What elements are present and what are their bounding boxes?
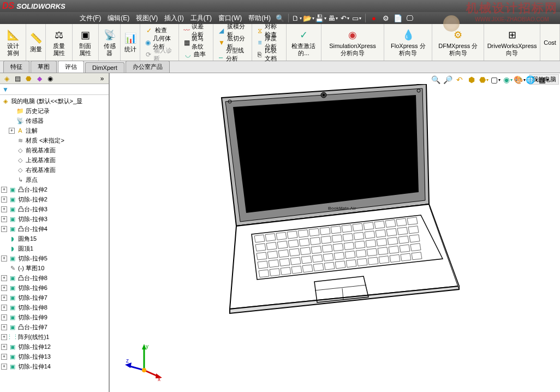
tree-node[interactable]: +▣切除-拉伸9 [0,312,109,322]
rb-sensor[interactable]: 📡传感器 [101,27,118,57]
rb-mass[interactable]: ⚖质量属性 [48,27,69,57]
menu-insert[interactable]: 插入(I) [161,13,187,24]
tab-features[interactable]: 特征 [3,61,29,73]
feature-tree[interactable]: ◈ 我的电脑 (默认<<默认>_显 📁历史记录📡传感器+A注解≋材质 <未指定>… [0,95,109,392]
expand-icon[interactable]: + [1,305,7,311]
rb-zebra[interactable]: ▦斑马条纹 [183,37,208,48]
expand-icon[interactable]: + [1,256,7,262]
tree-node[interactable]: +▣切除-拉伸14 [0,361,109,371]
print-icon[interactable]: 🖶▾ [328,13,338,23]
rb-stats[interactable]: 📊统计 [122,31,139,54]
rb-diag[interactable]: ⟳输入诊断 [145,49,174,60]
tree-node[interactable]: 📡传感器 [0,116,109,126]
rb-compare[interactable]: ⎘比较文档 [257,49,282,60]
expand-icon[interactable]: + [1,216,7,222]
tab-office[interactable]: 办公室产品 [126,61,170,73]
tree-node[interactable]: +▣凸台-拉伸8 [0,273,109,283]
expand-icon[interactable]: + [1,226,7,232]
tree-tab-feature-icon[interactable]: ◈ [1,74,12,84]
rebuild-icon[interactable]: ● [369,13,379,23]
expand-icon[interactable]: + [1,285,7,291]
tree-node[interactable]: ↳原点 [0,175,109,185]
open-icon[interactable]: 📂▾ [304,13,314,23]
menu-edit[interactable]: 编辑(E) [104,13,133,24]
rb-active-check[interactable]: ✓检查激活的... [289,27,319,57]
tree-node[interactable]: +▣切除-拉伸6 [0,283,109,293]
tree-node[interactable]: ◇右视基准面 [0,165,109,175]
rb-measure[interactable]: 📏测量 [27,31,45,54]
model-viewport[interactable]: 我的电脑 🔍 🔎 ↶ ⬢ ⬣▾ ▢▾ ◉▾ 🎨▾ 🌐▾ ▦▾ [110,73,560,392]
display-style-icon[interactable]: ▢▾ [490,74,501,85]
tree-tab-property-icon[interactable]: ▤ [12,74,23,84]
tree-node[interactable]: +▣凸台-拉伸4 [0,224,109,234]
rb-design-study[interactable]: 📐设计算例 [2,27,23,57]
tab-dimxpert[interactable]: DimXpert [85,62,124,73]
menu-view[interactable]: 视图(V) [133,13,161,24]
search-icon[interactable]: 🔍 [275,13,285,23]
tree-node[interactable]: +▣切除-拉伸12 [0,342,109,352]
tab-evaluate[interactable]: 评估 [58,61,84,73]
expand-icon[interactable]: + [1,314,7,320]
tree-node[interactable]: 📁历史记录 [0,106,109,116]
menu-file[interactable]: 文件(F) [76,13,104,24]
zoom-fit-icon[interactable]: 🔍 [430,74,441,85]
tab-sketch[interactable]: 草图 [31,61,57,73]
appearance-icon[interactable]: 🎨▾ [514,74,525,85]
rb-parting[interactable]: ⎯分型线分析 [218,49,247,60]
tree-expand-icon[interactable]: » [97,74,108,84]
tree-node[interactable]: +▣切除-拉伸5 [0,253,109,263]
expand-icon[interactable]: + [1,197,7,203]
options-icon[interactable]: ⚙ [381,13,391,23]
tree-tab-dimxpert-icon[interactable]: ◆ [34,74,45,84]
tree-node[interactable]: ◗圆角15 [0,234,109,243]
view-orient-icon[interactable]: ⬣▾ [478,74,489,85]
expand-icon[interactable]: + [9,128,15,134]
tree-node[interactable]: +▣凸台-拉伸7 [0,322,109,332]
rb-driveworks[interactable]: ⊞DriveWorksXpress 向导 [485,27,539,57]
tree-node[interactable]: +▣切除-拉伸13 [0,352,109,361]
tree-root[interactable]: ◈ 我的电脑 (默认<<默认>_显 [0,96,109,106]
tree-node[interactable]: +⋮⋮阵列(线性)1 [0,332,109,342]
expand-icon[interactable]: + [1,187,7,193]
hide-show-icon[interactable]: ◉▾ [502,74,513,85]
new-icon[interactable]: 🗋▾ [292,13,302,23]
prev-view-icon[interactable]: ↶ [454,74,465,85]
orientation-triad[interactable]: y x z [125,343,163,381]
rb-dfmxpress[interactable]: ⚙DFMXpress 分析向导 [434,27,481,57]
tree-node[interactable]: ≋材质 <未指定> [0,135,109,145]
expand-icon[interactable]: + [1,354,7,360]
screen-icon[interactable]: 🖵 [405,13,415,23]
expand-icon[interactable]: + [1,364,7,370]
expand-icon[interactable]: + [1,295,7,301]
doc-icon[interactable]: 📄 [393,13,403,23]
tree-node[interactable]: ◗圆顶1 [0,243,109,253]
tree-node[interactable]: +▣切除-拉伸2 [0,194,109,204]
section-view-icon[interactable]: ⬢ [466,74,477,85]
tree-tab-display-icon[interactable]: ◉ [45,74,56,84]
tree-tab-config-icon[interactable]: ⬣ [23,74,34,84]
expand-icon[interactable]: + [1,206,7,212]
tree-node[interactable]: +▣凸台-拉伸3 [0,204,109,214]
tree-node[interactable]: ✎(-) 草图10 [0,263,109,273]
undo-icon[interactable]: ↶▾ [340,13,350,23]
zoom-area-icon[interactable]: 🔎 [442,74,453,85]
tree-node[interactable]: ◇前视基准面 [0,145,109,155]
tree-node[interactable]: +▣切除-拉伸7 [0,293,109,302]
scene-icon[interactable]: 🌐▾ [526,74,537,85]
tree-filter[interactable]: ▼ [0,84,109,95]
rb-floxpress[interactable]: 💧FloXpress 分析向导 [386,27,430,57]
expand-icon[interactable]: + [1,275,7,281]
select-icon[interactable]: ▭▾ [352,13,362,23]
tree-node[interactable]: +A注解 [0,126,109,135]
expand-icon[interactable]: + [1,324,7,330]
tree-node[interactable]: +▣切除-拉伸8 [0,302,109,312]
rb-curvature[interactable]: ◡曲率 [183,49,208,60]
expand-icon[interactable]: + [1,344,7,350]
tree-node[interactable]: ◇上视基准面 [0,155,109,165]
save-icon[interactable]: 💾▾ [316,13,326,23]
rb-cost[interactable]: Cost [541,37,558,47]
rb-section[interactable]: ▣剖面属性 [75,27,96,57]
view-settings-icon[interactable]: ▦▾ [538,74,549,85]
rb-simxpress[interactable]: ◉SimulationXpress 分析向导 [324,27,382,57]
tree-node[interactable]: +▣凸台-拉伸2 [0,185,109,194]
